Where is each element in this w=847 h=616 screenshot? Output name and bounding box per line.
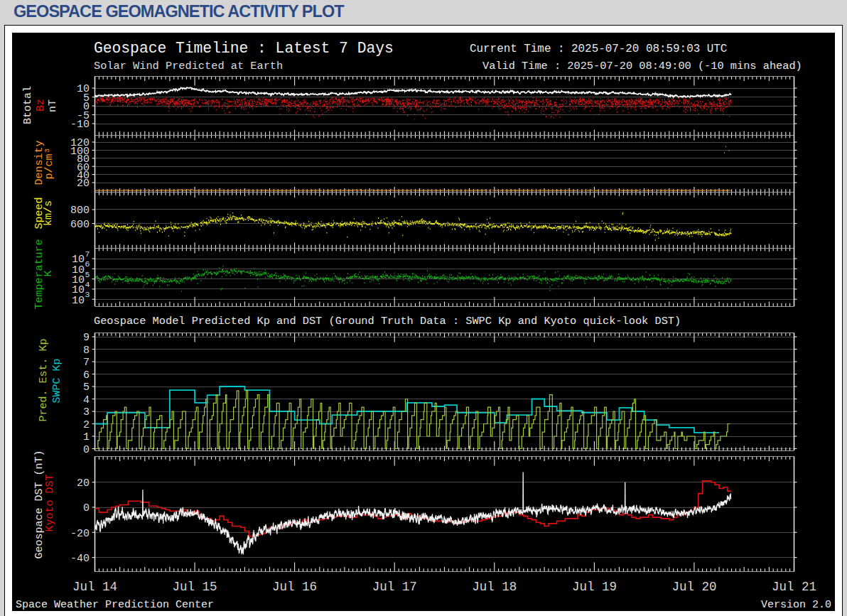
svg-text:SWPC Kp: SWPC Kp	[51, 358, 63, 403]
svg-text:Kyoto DST: Kyoto DST	[44, 474, 56, 531]
svg-text:Version 2.0: Version 2.0	[761, 599, 831, 611]
svg-text:p/cm³: p/cm³	[43, 147, 55, 179]
svg-text:Jul 19: Jul 19	[572, 580, 617, 594]
svg-text:Geospace Model Predicted Kp an: Geospace Model Predicted Kp and DST (Gro…	[94, 315, 681, 328]
svg-text:9: 9	[83, 332, 90, 344]
svg-text:20: 20	[77, 477, 90, 490]
svg-text:Jul 18: Jul 18	[472, 580, 517, 594]
svg-text:Jul 15: Jul 15	[173, 580, 217, 594]
svg-text:3: 3	[83, 406, 90, 418]
svg-text:Geospace Timeline : Latest 7 D: Geospace Timeline : Latest 7 Days	[94, 40, 394, 57]
svg-text:Jul 16: Jul 16	[272, 580, 317, 594]
svg-text:5: 5	[83, 382, 90, 394]
svg-text:-10: -10	[70, 119, 90, 131]
svg-text:4: 4	[85, 280, 90, 289]
svg-text:6: 6	[85, 259, 90, 269]
svg-text:0: 0	[83, 444, 90, 456]
svg-text:10: 10	[72, 295, 85, 307]
svg-text:800: 800	[70, 205, 90, 217]
svg-text:Jul 21: Jul 21	[772, 580, 816, 594]
svg-text:600: 600	[70, 219, 90, 231]
svg-text:5: 5	[85, 270, 90, 279]
svg-text:Jul 20: Jul 20	[671, 580, 716, 594]
svg-text:7: 7	[83, 357, 90, 369]
svg-text:1: 1	[83, 431, 90, 443]
svg-text:-40: -40	[70, 553, 90, 565]
svg-text:K: K	[43, 270, 55, 276]
svg-text:4: 4	[83, 394, 90, 406]
svg-text:Current Time : 2025-07-20 08:5: Current Time : 2025-07-20 08:59:03 UTC	[470, 43, 727, 55]
svg-text:-20: -20	[70, 528, 90, 540]
svg-text:20: 20	[77, 178, 90, 190]
svg-text:Bz: Bz	[35, 99, 47, 112]
svg-text:0: 0	[83, 502, 90, 514]
svg-text:6: 6	[83, 369, 90, 382]
svg-text:7: 7	[85, 249, 90, 259]
svg-text:km/s: km/s	[43, 200, 55, 226]
svg-text:8: 8	[83, 345, 90, 357]
svg-text:Space Weather Prediction Cente: Space Weather Prediction Center	[16, 599, 214, 611]
svg-text:Valid Time : 2025-07-20 08:49:: Valid Time : 2025-07-20 08:49:00 (-10 mi…	[482, 60, 802, 72]
svg-text:nT: nT	[47, 99, 59, 112]
svg-text:Btotal: Btotal	[22, 86, 34, 124]
svg-text:2: 2	[83, 419, 90, 431]
svg-text:3: 3	[85, 290, 90, 299]
svg-text:Jul 17: Jul 17	[372, 580, 417, 594]
svg-text:Pred. Est. Kp: Pred. Est. Kp	[38, 338, 50, 421]
svg-text:Jul 14: Jul 14	[72, 580, 117, 594]
svg-text:Solar Wind Predicted at Earth: Solar Wind Predicted at Earth	[94, 60, 283, 72]
